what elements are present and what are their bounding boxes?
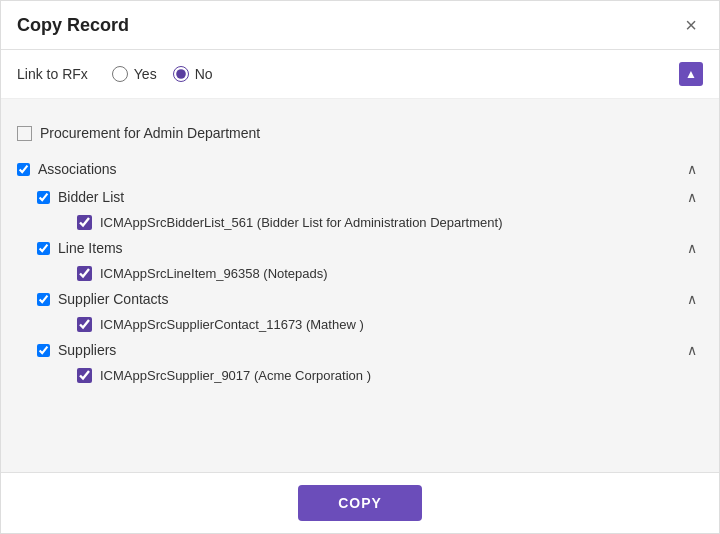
copy-record-dialog: Copy Record × Link to RFx Yes No ▲ Procu… (0, 0, 720, 534)
link-rfx-label: Link to RFx (17, 66, 88, 82)
dialog-title: Copy Record (17, 15, 129, 36)
suppliers-item-checkbox[interactable] (77, 368, 92, 383)
radio-yes-label: Yes (134, 66, 157, 82)
supplier-contacts-checkbox[interactable] (37, 293, 50, 306)
bidder-list-chevron[interactable]: ∧ (681, 187, 703, 207)
associations-chevron-icon: ∧ (687, 161, 697, 177)
line-items-row: Line Items ∧ (37, 234, 703, 262)
content-area: Procurement for Admin Department Associa… (1, 99, 719, 472)
suppliers-label: Suppliers (58, 342, 116, 358)
associations-checkbox[interactable] (17, 163, 30, 176)
procurement-checkbox-empty (17, 126, 32, 141)
bidder-list-left: Bidder List (37, 189, 124, 205)
suppliers-item: ICMAppSrcSupplier_9017 (Acme Corporation… (77, 364, 703, 387)
procurement-row: Procurement for Admin Department (17, 119, 703, 147)
radio-yes-input[interactable] (112, 66, 128, 82)
supplier-contacts-left: Supplier Contacts (37, 291, 169, 307)
copy-button[interactable]: COPY (298, 485, 422, 521)
suppliers-item-label: ICMAppSrcSupplier_9017 (Acme Corporation… (100, 368, 371, 383)
line-items-chevron-icon: ∧ (687, 240, 697, 256)
close-button[interactable]: × (679, 13, 703, 37)
associations-label: Associations (38, 161, 117, 177)
bidder-list-checkbox[interactable] (37, 191, 50, 204)
dialog-footer: COPY (1, 472, 719, 533)
suppliers-checkbox[interactable] (37, 344, 50, 357)
line-items-section: Line Items ∧ ICMAppSrcLineItem_96358 (No… (37, 234, 703, 285)
associations-row: Associations ∧ (17, 155, 703, 183)
bidder-list-item-checkbox[interactable] (77, 215, 92, 230)
bidder-list-section: Bidder List ∧ ICMAppSrcBidderList_561 (B… (37, 183, 703, 234)
bidder-list-chevron-icon: ∧ (687, 189, 697, 205)
suppliers-chevron[interactable]: ∧ (681, 340, 703, 360)
suppliers-section: Suppliers ∧ ICMAppSrcSupplier_9017 (Acme… (37, 336, 703, 387)
radio-no-input[interactable] (173, 66, 189, 82)
supplier-contacts-label: Supplier Contacts (58, 291, 169, 307)
suppliers-left: Suppliers (37, 342, 116, 358)
line-items-item-checkbox[interactable] (77, 266, 92, 281)
procurement-label: Procurement for Admin Department (40, 125, 260, 141)
link-rfx-row: Link to RFx Yes No ▲ (1, 50, 719, 99)
suppliers-row: Suppliers ∧ (37, 336, 703, 364)
bidder-list-label: Bidder List (58, 189, 124, 205)
supplier-contacts-item: ICMAppSrcSupplierContact_11673 (Mathew ) (77, 313, 703, 336)
radio-no-option[interactable]: No (173, 66, 213, 82)
supplier-contacts-chevron[interactable]: ∧ (681, 289, 703, 309)
line-items-checkbox[interactable] (37, 242, 50, 255)
line-items-left: Line Items (37, 240, 123, 256)
suppliers-chevron-icon: ∧ (687, 342, 697, 358)
dialog-header: Copy Record × (1, 1, 719, 50)
radio-no-label: No (195, 66, 213, 82)
bidder-list-item-label: ICMAppSrcBidderList_561 (Bidder List for… (100, 215, 502, 230)
line-items-chevron[interactable]: ∧ (681, 238, 703, 258)
radio-yes-option[interactable]: Yes (112, 66, 157, 82)
line-items-label: Line Items (58, 240, 123, 256)
associations-chevron[interactable]: ∧ (681, 159, 703, 179)
bidder-list-row: Bidder List ∧ (37, 183, 703, 211)
supplier-contacts-section: Supplier Contacts ∧ ICMAppSrcSupplierCon… (37, 285, 703, 336)
bidder-list-item: ICMAppSrcBidderList_561 (Bidder List for… (77, 211, 703, 234)
scroll-up-icon: ▲ (685, 67, 697, 81)
line-items-item: ICMAppSrcLineItem_96358 (Notepads) (77, 262, 703, 285)
scroll-up-button[interactable]: ▲ (679, 62, 703, 86)
associations-left: Associations (17, 161, 117, 177)
supplier-contacts-chevron-icon: ∧ (687, 291, 697, 307)
supplier-contacts-row: Supplier Contacts ∧ (37, 285, 703, 313)
supplier-contacts-item-checkbox[interactable] (77, 317, 92, 332)
supplier-contacts-item-label: ICMAppSrcSupplierContact_11673 (Mathew ) (100, 317, 364, 332)
associations-section: Associations ∧ Bidder List ∧ (17, 155, 703, 387)
line-items-item-label: ICMAppSrcLineItem_96358 (Notepads) (100, 266, 328, 281)
